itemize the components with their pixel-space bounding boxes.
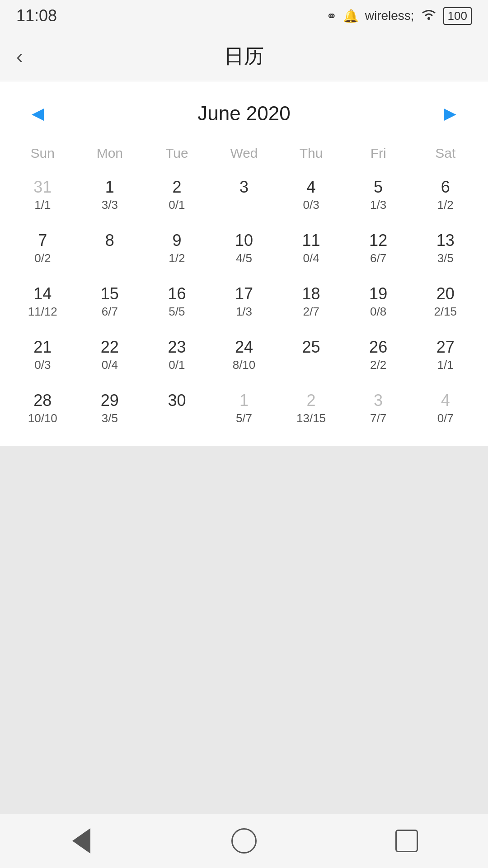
- cell-sub: 1/1: [437, 359, 454, 371]
- back-nav-button[interactable]: [63, 823, 99, 859]
- cell-sub: 0/7: [437, 412, 454, 424]
- cell-date: 2: [307, 392, 316, 409]
- cell-sub: 11/12: [28, 306, 57, 317]
- battery-icon: 100: [443, 7, 472, 25]
- cell-sub: 1/3: [236, 306, 252, 317]
- calendar-cell[interactable]: 3: [211, 170, 278, 223]
- cell-date: 27: [436, 339, 455, 355]
- calendar-cell[interactable]: 230/1: [143, 330, 211, 383]
- cell-date: 15: [101, 286, 119, 302]
- calendar-cell[interactable]: 202/15: [412, 277, 479, 330]
- cell-date: 7: [38, 232, 47, 249]
- calendar-cell[interactable]: 1411/12: [9, 277, 76, 330]
- home-nav-button[interactable]: [226, 823, 262, 859]
- bottom-area: [0, 446, 488, 816]
- next-month-button[interactable]: ▶: [439, 99, 461, 127]
- cell-date: 5: [374, 179, 383, 195]
- cell-date: 4: [307, 179, 316, 195]
- cell-date: 16: [168, 286, 186, 302]
- alarm-icon: 🔔: [343, 9, 359, 24]
- cell-sub: 0/8: [370, 306, 386, 317]
- calendar-cell[interactable]: 190/8: [345, 277, 412, 330]
- cell-date: 19: [369, 286, 387, 302]
- day-header-wed: Wed: [211, 141, 278, 165]
- cell-date: 2: [172, 179, 181, 195]
- cell-date: 20: [436, 286, 455, 302]
- calendar-cell[interactable]: 133/5: [412, 223, 479, 277]
- cell-date: 18: [302, 286, 320, 302]
- cell-sub: 5/5: [169, 306, 185, 317]
- calendar-cell[interactable]: 20/1: [143, 170, 211, 223]
- calendar-cell[interactable]: 171/3: [211, 277, 278, 330]
- cell-sub: 0/4: [102, 359, 118, 371]
- cell-date: 28: [33, 392, 52, 409]
- calendar-cell[interactable]: 182/7: [277, 277, 345, 330]
- cell-sub: 2/2: [370, 359, 386, 371]
- calendar-cell[interactable]: 248/10: [211, 330, 278, 383]
- calendar-cell[interactable]: 262/2: [345, 330, 412, 383]
- cell-sub: 4/5: [236, 252, 252, 264]
- calendar-cell[interactable]: 37/7: [345, 383, 412, 437]
- cell-date: 31: [33, 179, 52, 195]
- calendar-cell[interactable]: 220/4: [76, 330, 144, 383]
- day-header-sat: Sat: [412, 141, 479, 165]
- calendar-cell[interactable]: 271/1: [412, 330, 479, 383]
- calendar-cell[interactable]: 110/4: [277, 223, 345, 277]
- month-title: June 2020: [197, 102, 291, 125]
- calendar-cell[interactable]: 213/15: [277, 383, 345, 437]
- cell-sub: 1/3: [370, 199, 386, 211]
- calendar-grid: 311/113/320/1340/351/361/270/2891/2104/5…: [0, 170, 488, 446]
- cell-sub: 0/1: [169, 199, 185, 211]
- cell-sub: 5/7: [236, 412, 252, 424]
- recents-nav-button[interactable]: [389, 823, 425, 859]
- cell-date: 1: [105, 179, 114, 195]
- day-header-fri: Fri: [345, 141, 412, 165]
- cell-sub: 13/15: [296, 412, 326, 424]
- calendar-cell[interactable]: 311/1: [9, 170, 76, 223]
- calendar-cell[interactable]: 8: [76, 223, 144, 277]
- calendar-cell[interactable]: 51/3: [345, 170, 412, 223]
- calendar-cell[interactable]: 2810/10: [9, 383, 76, 437]
- cell-date: 29: [101, 392, 119, 409]
- day-header-mon: Mon: [76, 141, 144, 165]
- calendar-cell[interactable]: 13/3: [76, 170, 144, 223]
- cell-date: 17: [235, 286, 253, 302]
- svg-point-0: [427, 17, 430, 20]
- cell-sub: 2/7: [303, 306, 319, 317]
- wifi-icon: wireless;: [365, 9, 414, 23]
- calendar-cell[interactable]: 40/7: [412, 383, 479, 437]
- cell-date: 1: [239, 392, 249, 409]
- calendar-cell[interactable]: 293/5: [76, 383, 144, 437]
- calendar-cell[interactable]: 156/7: [76, 277, 144, 330]
- calendar-cell[interactable]: 25: [277, 330, 345, 383]
- day-header-tue: Tue: [143, 141, 211, 165]
- calendar-cell[interactable]: 126/7: [345, 223, 412, 277]
- cell-sub: 1/2: [437, 199, 454, 211]
- prev-month-button[interactable]: ◀: [27, 99, 49, 127]
- calendar-cell[interactable]: 40/3: [277, 170, 345, 223]
- cell-date: 13: [436, 232, 455, 249]
- back-button[interactable]: ‹: [16, 45, 23, 68]
- cell-sub: 1/2: [169, 252, 185, 264]
- calendar-cell[interactable]: 210/3: [9, 330, 76, 383]
- page-title: 日历: [224, 43, 264, 70]
- calendar-cell[interactable]: 70/2: [9, 223, 76, 277]
- calendar-cell[interactable]: 30: [143, 383, 211, 437]
- cell-date: 30: [168, 392, 186, 409]
- calendar-cell[interactable]: 15/7: [211, 383, 278, 437]
- calendar-cell[interactable]: 104/5: [211, 223, 278, 277]
- calendar-cell[interactable]: 165/5: [143, 277, 211, 330]
- cell-sub: 0/4: [303, 252, 319, 264]
- cell-date: 25: [302, 339, 320, 355]
- cell-sub: 0/1: [169, 359, 185, 371]
- day-headers: Sun Mon Tue Wed Thu Fri Sat: [0, 141, 488, 165]
- calendar: ◀ June 2020 ▶ Sun Mon Tue Wed Thu Fri Sa…: [0, 81, 488, 446]
- calendar-cell[interactable]: 91/2: [143, 223, 211, 277]
- cell-sub: 3/5: [102, 412, 118, 424]
- wifi-icon: [421, 8, 437, 24]
- cell-date: 3: [374, 392, 383, 409]
- cell-date: 23: [168, 339, 186, 355]
- status-time: 11:08: [16, 6, 57, 25]
- calendar-cell[interactable]: 61/2: [412, 170, 479, 223]
- cell-date: 8: [105, 232, 114, 249]
